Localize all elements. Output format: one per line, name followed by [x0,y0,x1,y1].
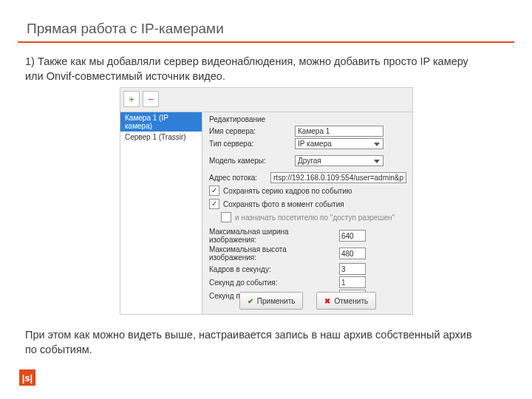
list-item[interactable]: Сервер 1 (Trassir) [120,132,202,143]
settings-screenshot: + − Камера 1 (IP камера) Сервер 1 (Trass… [120,87,413,315]
checkbox-icon [221,212,231,222]
max-width-input[interactable]: 640 [339,230,366,242]
pre-seconds-label: Секунд до события: [209,279,335,287]
checkbox-label: и назначать посетителю по "доступ разреш… [235,214,395,222]
remove-icon[interactable]: − [143,91,159,107]
pre-seconds-input[interactable]: 1 [339,276,366,288]
brand-logo: |s| [19,369,35,386]
server-name-input[interactable]: Камера 1 [295,126,383,137]
server-name-label: Имя сервера: [209,127,290,135]
save-photo-checkbox[interactable]: ✓ Сохранять фото в момент события [203,197,412,211]
button-label: Применить [257,297,296,305]
max-height-label: Максимальная высота изображения: [209,245,335,262]
stream-url-input[interactable]: rtsp://192.168.0.109:554/user=admin&p [270,172,406,183]
max-width-label: Максимальная ширина изображения: [209,228,335,244]
fps-input[interactable]: 3 [339,263,366,275]
fps-label: Кадров в секунду: [209,265,335,273]
apply-button[interactable]: ✔Применить [239,292,304,310]
check-icon: ✔ [248,297,253,305]
max-height-input[interactable]: 480 [339,248,366,259]
camera-model-label: Модель камеры: [209,157,290,165]
list-item[interactable]: Камера 1 (IP камера) [120,112,202,132]
assign-visitor-checkbox[interactable]: и назначать посетителю по "доступ разреш… [203,211,412,224]
save-series-checkbox[interactable]: ✓ Сохранять серию кадров по событию [203,184,412,197]
page-title: Прямая работа с IP-камерами [27,21,224,37]
button-label: Отменить [334,297,368,305]
footnote-paragraph: При этом как можно видеть выше, настраив… [25,328,480,357]
server-type-label: Тип сервера: [209,140,290,148]
server-list[interactable]: Камера 1 (IP камера) Сервер 1 (Trassir) [120,112,202,314]
checkbox-icon: ✓ [209,185,219,196]
intro-paragraph: 1) Также как мы добавляли сервер видеона… [25,55,480,83]
checkbox-label: Сохранять фото в момент события [223,200,344,208]
cancel-icon: ✖ [324,297,330,305]
cancel-button[interactable]: ✖Отменить [316,292,376,310]
stream-url-label: Адрес потока: [209,174,266,182]
section-heading: Редактирование [203,112,412,125]
checkbox-icon: ✓ [209,199,219,209]
checkbox-label: Сохранять серию кадров по событию [223,187,352,195]
camera-model-select[interactable]: Другая [295,155,383,166]
add-icon[interactable]: + [123,91,140,107]
server-type-select[interactable]: IP камера [295,138,383,149]
camera-form: Редактирование Имя сервера: Камера 1 Тип… [203,112,412,314]
title-divider [18,41,514,43]
